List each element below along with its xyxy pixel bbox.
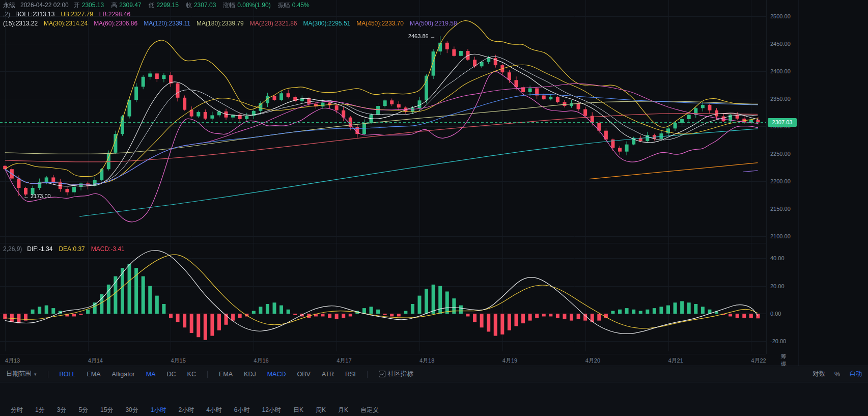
sub-indicator-rsi-button[interactable]: RSI bbox=[345, 371, 356, 378]
toolbar-separator bbox=[367, 371, 368, 378]
date-label: 4月14 bbox=[88, 357, 103, 365]
community-indicators-label: 社区指标 bbox=[388, 370, 413, 378]
low-price-annotation: ← 2173.00 bbox=[23, 193, 51, 199]
indicator-toolbar-right: 对数%自动 bbox=[813, 370, 862, 378]
community-indicators-button[interactable]: 社区指标 bbox=[379, 370, 413, 378]
period-button-5[interactable]: 30分 bbox=[121, 404, 143, 416]
chevron-down-icon: ▾ bbox=[34, 372, 37, 377]
date-label: 4月16 bbox=[254, 357, 268, 365]
period-button-6[interactable]: 1小时 bbox=[146, 404, 171, 416]
price-axis-label: 2500.00 bbox=[770, 13, 791, 19]
indicator-alligator-button[interactable]: Alligator bbox=[112, 371, 135, 378]
period-button-9[interactable]: 6小时 bbox=[230, 404, 255, 416]
date-label: 4月20 bbox=[585, 357, 600, 365]
price-axis-label: 2450.00 bbox=[770, 41, 791, 47]
log-scale-button[interactable]: 对数 bbox=[813, 370, 825, 378]
period-button-7[interactable]: 2小时 bbox=[174, 404, 199, 416]
period-button-8[interactable]: 4小时 bbox=[202, 404, 227, 416]
chips-tab[interactable]: 筹 bbox=[779, 353, 788, 360]
macd-axis-label: -20.00 bbox=[770, 338, 786, 344]
auto-scale-button[interactable]: 自动 bbox=[849, 370, 862, 378]
period-button-0[interactable]: 分时 bbox=[6, 404, 27, 416]
sub-indicator-macd-button[interactable]: MACD bbox=[267, 371, 286, 378]
time-axis: 4月134月144月154月164月174月184月194月204月214月22 bbox=[0, 354, 766, 366]
period-button-14[interactable]: 自定义 bbox=[356, 404, 383, 416]
period-button-10[interactable]: 12小时 bbox=[258, 404, 286, 416]
indicator-toolbar-left: 日期范围▾BOLLEMAAlligatorMADCKCEMAKDJMACDOBV… bbox=[6, 370, 413, 378]
price-axis: 2500.002450.002400.002350.002300.002250.… bbox=[766, 0, 799, 354]
percent-scale-button[interactable]: % bbox=[834, 371, 840, 378]
sub-indicator-obv-button[interactable]: OBV bbox=[297, 371, 310, 378]
chart-area: 永续 2026-04-22 02:00 开2305.13高2309.47低229… bbox=[0, 0, 868, 366]
toolbar-separator bbox=[48, 371, 48, 378]
toolbar-separator bbox=[207, 371, 208, 378]
price-axis-label: 2250.00 bbox=[770, 151, 791, 157]
macd-axis-label: 20.00 bbox=[770, 283, 785, 289]
price-axis-label: 2150.00 bbox=[770, 206, 791, 212]
date-label: 4月21 bbox=[668, 357, 683, 365]
period-toolbar: 分时1分3分5分15分30分1小时2小时4小时6小时12小时日K周K月K自定义 bbox=[0, 382, 868, 416]
date-label: 4月22 bbox=[751, 357, 766, 365]
sub-indicator-kdj-button[interactable]: KDJ bbox=[244, 371, 256, 378]
price-axis-label: 2200.00 bbox=[770, 178, 791, 184]
period-button-3[interactable]: 5分 bbox=[74, 404, 93, 416]
sub-indicator-atr-button[interactable]: ATR bbox=[322, 371, 334, 378]
date-range-button[interactable]: 日期范围▾ bbox=[6, 370, 37, 378]
indicator-boll-button[interactable]: BOLL bbox=[60, 371, 76, 378]
period-button-12[interactable]: 周K bbox=[311, 404, 330, 416]
indicator-ema-button[interactable]: EMA bbox=[87, 371, 101, 378]
indicator-toolbar: 日期范围▾BOLLEMAAlligatorMADCKCEMAKDJMACDOBV… bbox=[0, 366, 868, 382]
period-button-1[interactable]: 1分 bbox=[31, 404, 49, 416]
indicator-kc-button[interactable]: KC bbox=[187, 371, 196, 378]
date-range-label: 日期范围 bbox=[6, 370, 32, 378]
indicator-ma-button[interactable]: MA bbox=[146, 371, 156, 378]
period-button-11[interactable]: 日K bbox=[289, 404, 308, 416]
period-button-13[interactable]: 月K bbox=[333, 404, 353, 416]
indicator-dc-button[interactable]: DC bbox=[167, 371, 176, 378]
macd-axis-label: 0.00 bbox=[770, 311, 781, 317]
macd-axis-label: 40.00 bbox=[770, 255, 785, 261]
sub-indicator-ema-button[interactable]: EMA bbox=[219, 371, 233, 378]
price-axis-label: 2100.00 bbox=[770, 233, 791, 239]
date-label: 4月19 bbox=[502, 357, 517, 365]
price-axis-label: 2350.00 bbox=[770, 96, 791, 102]
date-label: 4月15 bbox=[171, 357, 185, 365]
kline-chart-canvas[interactable] bbox=[0, 0, 766, 354]
date-label: 4月13 bbox=[5, 357, 20, 365]
period-button-2[interactable]: 3分 bbox=[52, 404, 71, 416]
community-indicator-icon bbox=[379, 371, 385, 377]
trading-chart-app: 永续 2026-04-22 02:00 开2305.13高2309.47低229… bbox=[0, 0, 868, 416]
period-button-4[interactable]: 15分 bbox=[96, 404, 118, 416]
last-price-badge: 2307.03 bbox=[768, 118, 797, 127]
date-label: 4月18 bbox=[419, 357, 434, 365]
right-gutter bbox=[798, 0, 868, 366]
price-axis-label: 2400.00 bbox=[770, 68, 791, 74]
high-price-annotation: 2463.86 → bbox=[408, 33, 436, 39]
date-label: 4月17 bbox=[337, 357, 351, 365]
